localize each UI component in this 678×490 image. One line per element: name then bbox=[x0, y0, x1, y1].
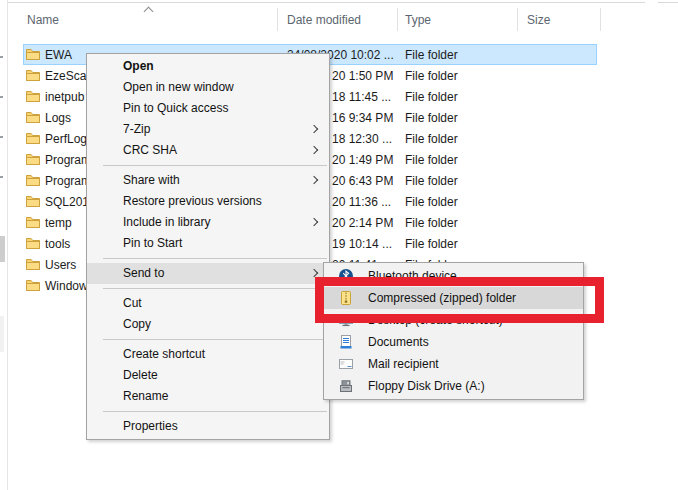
menu-item-label: Pin to Start bbox=[123, 236, 182, 250]
menu-item-rename[interactable]: Rename bbox=[87, 386, 329, 407]
file-type: File folder bbox=[405, 48, 458, 62]
menu-item-label: Include in library bbox=[123, 215, 210, 229]
file-type: File folder bbox=[405, 132, 458, 146]
file-date-modified: 20 11:36 ... bbox=[332, 195, 391, 209]
menu-item-label: Cut bbox=[123, 296, 142, 310]
menu-item-share-with[interactable]: Share with bbox=[87, 170, 329, 191]
file-date-modified: 20 1:50 PM bbox=[332, 69, 393, 83]
submenu-arrow-icon bbox=[310, 269, 318, 277]
menu-item-create-shortcut[interactable]: Create shortcut bbox=[87, 344, 329, 365]
column-header-date-modified[interactable]: Date modified bbox=[287, 13, 361, 27]
column-header-size[interactable]: Size bbox=[527, 13, 550, 27]
documents-icon bbox=[338, 334, 354, 350]
file-date-modified: 20 6:43 PM bbox=[332, 174, 393, 188]
submenu-arrow-icon bbox=[310, 146, 318, 154]
send-to-item-compressed-zipped-folder[interactable]: Compressed (zipped) folder bbox=[324, 287, 583, 309]
nav-scrollbar-track bbox=[0, 316, 4, 352]
folder-icon bbox=[25, 46, 41, 62]
menu-item-pin-to-start[interactable]: Pin to Start bbox=[87, 233, 329, 254]
menu-item-pin-to-quick-access[interactable]: Pin to Quick access bbox=[87, 98, 329, 119]
menu-item-properties[interactable]: Properties bbox=[87, 416, 329, 437]
file-name: EWA bbox=[45, 48, 72, 62]
mail-icon bbox=[338, 356, 354, 372]
menu-item-crc-sha[interactable]: CRC SHA bbox=[87, 140, 329, 161]
menu-item-label: Open in new window bbox=[123, 80, 234, 94]
menu-item-label: Share with bbox=[123, 173, 180, 187]
menu-item-send-to[interactable]: Send to bbox=[87, 263, 329, 284]
folder-icon bbox=[25, 193, 41, 209]
file-name: Logs bbox=[45, 111, 71, 125]
menu-item-label: Rename bbox=[123, 389, 168, 403]
submenu-arrow-icon bbox=[310, 176, 318, 184]
file-type: File folder bbox=[405, 195, 458, 209]
send-to-submenu: Bluetooth deviceCompressed (zipped) fold… bbox=[323, 262, 584, 400]
column-header-name[interactable]: Name bbox=[27, 13, 59, 27]
send-to-item-bluetooth-device[interactable]: Bluetooth device bbox=[324, 265, 583, 287]
file-type: File folder bbox=[405, 174, 458, 188]
file-date-modified: 20 1:49 PM bbox=[332, 153, 393, 167]
send-to-item-label: Compressed (zipped) folder bbox=[368, 291, 516, 305]
column-divider[interactable] bbox=[277, 8, 278, 31]
column-header-type[interactable]: Type bbox=[405, 13, 431, 27]
menu-item-label: Open bbox=[123, 59, 154, 73]
submenu-arrow-icon bbox=[310, 218, 318, 226]
header-top-border bbox=[8, 2, 645, 3]
menu-item-label: Restore previous versions bbox=[123, 194, 262, 208]
menu-item-label: Properties bbox=[123, 419, 178, 433]
send-to-item-desktop-create-shortcut-[interactable]: Desktop (create shortcut) bbox=[324, 309, 583, 331]
context-menu: OpenOpen in new windowPin to Quick acces… bbox=[86, 53, 330, 440]
sort-ascending-icon bbox=[144, 7, 154, 17]
bluetooth-icon bbox=[338, 268, 354, 284]
file-type: File folder bbox=[405, 153, 458, 167]
folder-icon bbox=[25, 151, 41, 167]
zip-folder-icon bbox=[338, 290, 354, 306]
column-divider[interactable] bbox=[397, 8, 398, 31]
file-date-modified: 18 11:45 ... bbox=[332, 90, 391, 104]
desktop-icon bbox=[338, 312, 354, 328]
send-to-item-documents[interactable]: Documents bbox=[324, 331, 583, 353]
menu-item-7-zip[interactable]: 7-Zip bbox=[87, 119, 329, 140]
menu-item-open-in-new-window[interactable]: Open in new window bbox=[87, 77, 329, 98]
menu-item-label: Create shortcut bbox=[123, 347, 205, 361]
menu-separator bbox=[103, 288, 327, 289]
column-divider[interactable] bbox=[600, 8, 601, 31]
file-date-modified: 18 12:30 ... bbox=[332, 132, 392, 146]
menu-separator bbox=[103, 165, 327, 166]
header-top-border bbox=[658, 2, 678, 3]
folder-icon bbox=[25, 256, 41, 272]
file-explorer-window: Name Date modified Type Size EWA 24/08/2… bbox=[0, 0, 678, 490]
menu-item-restore-previous-versions[interactable]: Restore previous versions bbox=[87, 191, 329, 212]
floppy-icon bbox=[338, 378, 354, 394]
file-type: File folder bbox=[405, 90, 458, 104]
menu-item-include-in-library[interactable]: Include in library bbox=[87, 212, 329, 233]
file-name: temp bbox=[45, 216, 72, 230]
submenu-arrow-icon bbox=[310, 125, 318, 133]
menu-item-delete[interactable]: Delete bbox=[87, 365, 329, 386]
menu-item-label: Send to bbox=[123, 266, 164, 280]
file-date-modified: 16 9:34 PM bbox=[332, 111, 393, 125]
folder-icon bbox=[25, 67, 41, 83]
file-name: tools bbox=[45, 237, 70, 251]
menu-item-cut[interactable]: Cut bbox=[87, 293, 329, 314]
file-name: Users bbox=[45, 258, 76, 272]
folder-icon bbox=[25, 88, 41, 104]
send-to-item-floppy-disk-drive-a-[interactable]: Floppy Disk Drive (A:) bbox=[324, 375, 583, 397]
column-divider[interactable] bbox=[517, 8, 518, 31]
send-to-item-label: Floppy Disk Drive (A:) bbox=[368, 379, 485, 393]
folder-icon bbox=[25, 172, 41, 188]
file-type: File folder bbox=[405, 216, 458, 230]
menu-item-copy[interactable]: Copy bbox=[87, 314, 329, 335]
folder-icon bbox=[25, 235, 41, 251]
file-date-modified: 19 10:14 ... bbox=[332, 237, 392, 251]
file-type: File folder bbox=[405, 69, 458, 83]
menu-item-open[interactable]: Open bbox=[87, 56, 329, 77]
menu-item-label: Copy bbox=[123, 317, 151, 331]
send-to-item-label: Desktop (create shortcut) bbox=[368, 313, 503, 327]
send-to-item-label: Mail recipient bbox=[368, 357, 439, 371]
file-date-modified: 20 2:14 PM bbox=[332, 216, 393, 230]
file-type: File folder bbox=[405, 111, 458, 125]
send-to-item-label: Bluetooth device bbox=[368, 269, 457, 283]
menu-item-label: Pin to Quick access bbox=[123, 101, 228, 115]
file-type: File folder bbox=[405, 237, 458, 251]
send-to-item-mail-recipient[interactable]: Mail recipient bbox=[324, 353, 583, 375]
